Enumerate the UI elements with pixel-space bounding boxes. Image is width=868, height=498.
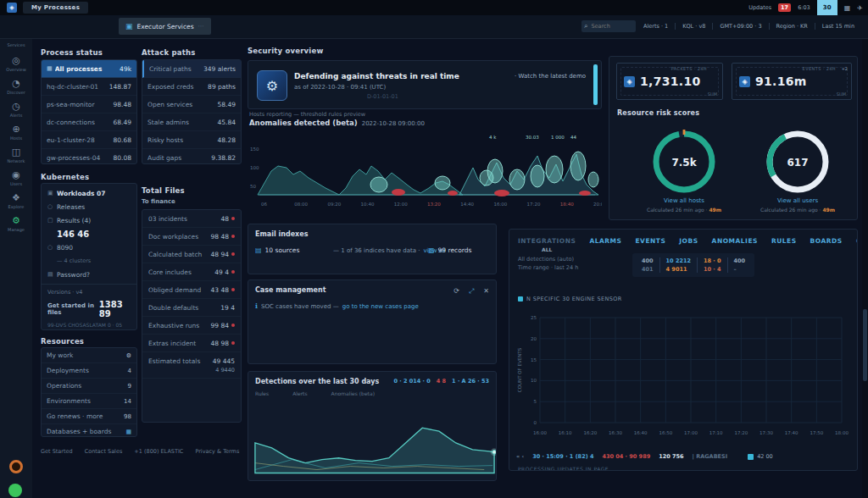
file-stat-row[interactable]: Core includes 49 4 [142,263,241,281]
attack-paths-header: Attack paths [142,48,196,57]
footer-link[interactable]: Contact Sales [85,448,123,455]
page-scrollbar[interactable] [862,38,868,498]
gauge-note-text: Calculated 26 min ago · [760,207,821,213]
attack-path-row[interactable]: Risky hosts 48.28 [142,131,241,149]
hero-title: Defending against threats in real time [294,72,459,80]
cluster-item[interactable]: 146 46 [42,227,136,241]
cases-link[interactable]: go to the new cases page [342,303,419,310]
footer-chip[interactable]: 42 00 [748,453,773,460]
filter-status-line: Time range · last 24 h [518,263,578,272]
file-stat-row[interactable]: Exhaustive runs 99 84 [142,317,241,335]
rail-item[interactable]: ◎ Overview [0,56,32,72]
watch-demo-link[interactable]: · Watch the latest demo [515,73,586,80]
gauge-note: Calculated 26 min ago · 49m [629,207,739,213]
file-stat-row[interactable]: Extras incident 48 98 [142,335,241,352]
file-stat-row[interactable]: Estimated totals 49 445 4 9440 [142,352,241,379]
footer-link[interactable]: +1 (800) ELASTIC [134,448,183,455]
alert-count-badge[interactable]: 17 [778,3,791,12]
analytics-tab[interactable]: RULES [771,237,797,252]
process-row[interactable]: ▦ All processes 49k [42,60,136,78]
analytics-tab[interactable]: INTEGRATIONS ALL [518,237,576,252]
app-title-chip[interactable]: My Processes [23,2,88,14]
attack-path-row[interactable]: Critical paths 349 alerts [142,60,241,78]
analytics-tab[interactable]: BOARDS [810,237,843,252]
chat-button[interactable] [8,484,22,497]
navbar-menu-item[interactable]: KQL · v8 [675,23,712,30]
footer-link[interactable]: Get Started [41,448,73,455]
file-stat-row[interactable]: Doc workplaces 98 48 [142,228,241,246]
share-icon[interactable]: ✈ [857,4,863,12]
footer-link[interactable]: Privacy & Terms [195,448,239,455]
navbar-menu-item[interactable]: Alerts · 1 [637,23,675,30]
rail-item[interactable]: ◉ Users [0,170,32,186]
hero-scrollbar[interactable] [593,64,598,105]
resource-row[interactable]: Operations 9 [42,379,136,394]
resource-row[interactable]: Go renews · more 98 [42,409,136,424]
process-row[interactable]: dc-connections 68.49 [42,113,136,131]
timer-button[interactable]: 30 [817,0,837,15]
metric-card-events[interactable]: ◈ 91.16m EVENTS · 24H SUM +2 [732,63,852,100]
navbar-menu-item[interactable]: Last 15 min [815,23,861,30]
analytics-tab[interactable]: ANOMALIES [712,237,758,252]
search-box[interactable]: ⌕ [581,20,636,32]
cluster-item[interactable]: ○ 8090 [42,241,136,254]
process-row[interactable]: hq-dc-cluster-01 148.87 [42,78,136,96]
attack-path-row[interactable]: Open services 58.49 [142,96,241,113]
rail-item[interactable]: ❖ Explore [0,193,32,209]
resource-row[interactable]: Databases + boards ▦ [42,424,136,437]
navbar-menu-item[interactable]: GMT+09:00 · 3 [712,23,768,30]
active-workspace-tab[interactable]: ▣ Executor Services ⋯ [119,18,211,35]
view-hosts-link[interactable]: View all hosts [633,197,735,204]
stat-top: 10 2212 [666,257,691,264]
cluster-item[interactable]: ▢ Results (4) [42,213,136,227]
stat-group[interactable]: 18 · 0 10 · 4 [697,257,727,273]
cluster-item[interactable]: ○ Releases [42,200,136,213]
rail-item[interactable]: ◔ Discover [0,79,32,95]
process-row[interactable]: eu-1-cluster-28 80.68 [42,131,136,149]
status-dot [231,288,235,291]
workspace-icon: ▣ [125,22,133,30]
help-button[interactable] [9,460,23,473]
stat-group[interactable]: 400 – [727,257,752,273]
panel-action-icon[interactable]: ⤢ [469,287,474,296]
attack-path-row[interactable]: Exposed creds 89 paths [142,78,241,96]
analytics-tab[interactable]: ALARMS [589,237,621,252]
cluster-item[interactable]: ▣ Workloads 07 [42,186,136,200]
cluster-item[interactable]: — 4 clusters [42,254,136,268]
resource-row[interactable]: Environments 14 [42,394,136,409]
analytics-tab[interactable]: EVENTS [635,237,665,252]
rail-item[interactable]: ◫ Network [0,147,32,163]
row-label: Calculated batch [148,251,202,258]
apps-grid-icon[interactable]: ▦ [844,4,851,12]
analytics-tab[interactable]: GLOBAL [856,237,858,252]
cluster-item[interactable]: ▤ Password? [42,268,136,281]
stat-group[interactable]: 400 401 [636,257,659,273]
file-stat-row[interactable]: 03 incidents 48 [142,210,241,228]
search-input[interactable] [589,22,633,30]
file-stat-row[interactable]: Calculated batch 48 94 [142,246,241,263]
process-row[interactable]: gw-processes-04 80.08 [42,149,136,164]
attack-path-row[interactable]: Stale admins 45.84 [142,113,241,131]
resource-row[interactable]: My work ⚙ [42,348,136,363]
svg-text:20:00: 20:00 [593,202,602,207]
panel-action-icon[interactable]: ⟳ [453,287,459,296]
kubernetes-header: Kubernetes [41,173,89,181]
analytics-tabs: INTEGRATIONS ALL ALARMS EVENTS JOBS ANOM… [518,237,858,252]
analytics-tab[interactable]: JOBS [679,237,698,252]
rail-item[interactable]: ⚙ Manage [0,216,32,232]
app-logo-icon[interactable]: ◈ [7,3,17,13]
resource-row[interactable]: Deployments 4 [42,363,136,379]
process-row[interactable]: ps-sea-monitor 98.48 [42,96,136,113]
panel-action-icon[interactable]: ✕ [483,287,489,296]
metric-card-packets[interactable]: ◈ 1,731.10 PACKETS · 24H SUM [616,63,723,100]
scrollbar-thumb[interactable] [863,309,867,381]
rail-item[interactable]: ◷ Alerts [0,102,32,118]
navbar-menu-item[interactable]: Region · KR [769,23,815,30]
stat-group[interactable]: 10 2212 4 9011 [659,257,697,273]
attack-path-row[interactable]: Audit gaps 9.38.82 [142,149,241,164]
rail-item[interactable]: ⊕ Hosts [0,125,32,141]
file-stat-row[interactable]: Double defaults 19 4 [142,299,241,317]
view-users-link[interactable]: View all users [747,197,849,204]
tab-overflow-icon[interactable]: ⋯ [198,23,204,30]
file-stat-row[interactable]: Obliged demand 43 48 [142,281,241,299]
